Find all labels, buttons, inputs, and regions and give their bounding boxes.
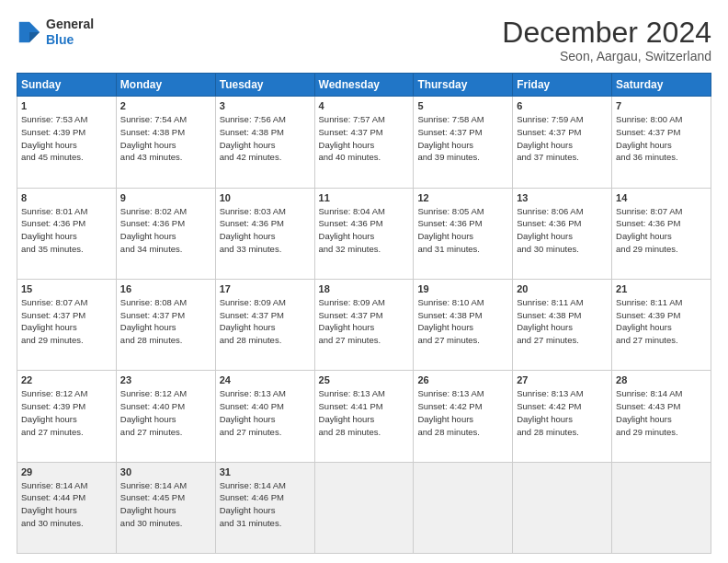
svg-marker-1 bbox=[29, 32, 40, 42]
logo-blue: Blue bbox=[46, 32, 94, 48]
day-number: 31 bbox=[220, 466, 311, 477]
day-info: Sunrise: 8:06 AMSunset: 4:36 PMDaylight … bbox=[517, 205, 608, 256]
day-info: Sunrise: 8:10 AMSunset: 4:38 PMDaylight … bbox=[417, 296, 508, 347]
day-info: Sunrise: 8:14 AMSunset: 4:46 PMDaylight … bbox=[220, 479, 311, 530]
calendar-cell: 4Sunrise: 7:57 AMSunset: 4:37 PMDaylight… bbox=[314, 97, 414, 188]
calendar-cell: 7Sunrise: 8:00 AMSunset: 4:37 PMDaylight… bbox=[612, 97, 711, 188]
calendar-cell: 15Sunrise: 8:07 AMSunset: 4:37 PMDayligh… bbox=[17, 279, 117, 370]
day-info: Sunrise: 8:14 AMSunset: 4:45 PMDaylight … bbox=[120, 479, 211, 530]
calendar-cell: 24Sunrise: 8:13 AMSunset: 4:40 PMDayligh… bbox=[215, 371, 314, 462]
day-number: 29 bbox=[21, 466, 112, 477]
calendar-cell: 11Sunrise: 8:04 AMSunset: 4:36 PMDayligh… bbox=[314, 188, 414, 279]
col-saturday: Saturday bbox=[612, 74, 711, 97]
day-number: 24 bbox=[220, 374, 311, 385]
day-info: Sunrise: 7:53 AMSunset: 4:39 PMDaylight … bbox=[21, 113, 112, 164]
day-info: Sunrise: 8:13 AMSunset: 4:41 PMDaylight … bbox=[319, 387, 410, 438]
calendar-cell: 9Sunrise: 8:02 AMSunset: 4:36 PMDaylight… bbox=[116, 188, 215, 279]
day-info: Sunrise: 7:56 AMSunset: 4:38 PMDaylight … bbox=[220, 113, 311, 164]
day-info: Sunrise: 7:59 AMSunset: 4:37 PMDaylight … bbox=[517, 113, 608, 164]
calendar-cell: 8Sunrise: 8:01 AMSunset: 4:36 PMDaylight… bbox=[17, 188, 117, 279]
col-friday: Friday bbox=[513, 74, 612, 97]
calendar-cell: 1Sunrise: 7:53 AMSunset: 4:39 PMDaylight… bbox=[17, 97, 117, 188]
calendar-cell: 21Sunrise: 8:11 AMSunset: 4:39 PMDayligh… bbox=[612, 279, 711, 370]
calendar-cell: 10Sunrise: 8:03 AMSunset: 4:36 PMDayligh… bbox=[215, 188, 314, 279]
day-number: 5 bbox=[417, 100, 508, 111]
title-block: December 2024 Seon, Aargau, Switzerland bbox=[502, 17, 711, 63]
day-info: Sunrise: 8:09 AMSunset: 4:37 PMDaylight … bbox=[319, 296, 410, 347]
calendar-cell: 31Sunrise: 8:14 AMSunset: 4:46 PMDayligh… bbox=[215, 462, 314, 553]
day-info: Sunrise: 8:11 AMSunset: 4:39 PMDaylight … bbox=[616, 296, 707, 347]
day-info: Sunrise: 8:13 AMSunset: 4:42 PMDaylight … bbox=[417, 387, 508, 438]
subtitle: Seon, Aargau, Switzerland bbox=[502, 49, 711, 63]
header: General Blue December 2024 Seon, Aargau,… bbox=[17, 17, 711, 63]
day-number: 16 bbox=[120, 283, 211, 294]
svg-rect-2 bbox=[19, 22, 29, 42]
day-number: 6 bbox=[517, 100, 608, 111]
day-info: Sunrise: 8:05 AMSunset: 4:36 PMDaylight … bbox=[417, 205, 508, 256]
day-number: 14 bbox=[616, 192, 707, 203]
calendar-week-1: 1Sunrise: 7:53 AMSunset: 4:39 PMDaylight… bbox=[17, 97, 711, 188]
day-number: 28 bbox=[616, 374, 707, 385]
logo-text: General Blue bbox=[46, 17, 94, 48]
day-number: 9 bbox=[120, 192, 211, 203]
calendar-cell: 18Sunrise: 8:09 AMSunset: 4:37 PMDayligh… bbox=[314, 279, 414, 370]
calendar-week-4: 22Sunrise: 8:12 AMSunset: 4:39 PMDayligh… bbox=[17, 371, 711, 462]
day-number: 23 bbox=[120, 374, 211, 385]
col-monday: Monday bbox=[116, 74, 215, 97]
calendar-week-2: 8Sunrise: 8:01 AMSunset: 4:36 PMDaylight… bbox=[17, 188, 711, 279]
col-wednesday: Wednesday bbox=[314, 74, 414, 97]
day-number: 26 bbox=[417, 374, 508, 385]
day-info: Sunrise: 7:54 AMSunset: 4:38 PMDaylight … bbox=[120, 113, 211, 164]
calendar-cell: 16Sunrise: 8:08 AMSunset: 4:37 PMDayligh… bbox=[116, 279, 215, 370]
day-info: Sunrise: 8:07 AMSunset: 4:36 PMDaylight … bbox=[616, 205, 707, 256]
day-info: Sunrise: 8:03 AMSunset: 4:36 PMDaylight … bbox=[220, 205, 311, 256]
logo: General Blue bbox=[17, 17, 94, 48]
calendar-cell: 26Sunrise: 8:13 AMSunset: 4:42 PMDayligh… bbox=[414, 371, 513, 462]
day-number: 21 bbox=[616, 283, 707, 294]
day-number: 22 bbox=[21, 374, 112, 385]
calendar-cell: 5Sunrise: 7:58 AMSunset: 4:37 PMDaylight… bbox=[414, 97, 513, 188]
day-number: 27 bbox=[517, 374, 608, 385]
day-info: Sunrise: 8:01 AMSunset: 4:36 PMDaylight … bbox=[21, 205, 112, 256]
calendar-cell: 20Sunrise: 8:11 AMSunset: 4:38 PMDayligh… bbox=[513, 279, 612, 370]
day-number: 20 bbox=[517, 283, 608, 294]
day-number: 11 bbox=[319, 192, 410, 203]
calendar-cell: 28Sunrise: 8:14 AMSunset: 4:43 PMDayligh… bbox=[612, 371, 711, 462]
day-number: 2 bbox=[120, 100, 211, 111]
calendar-cell: 23Sunrise: 8:12 AMSunset: 4:40 PMDayligh… bbox=[116, 371, 215, 462]
day-number: 10 bbox=[220, 192, 311, 203]
col-sunday: Sunday bbox=[17, 74, 117, 97]
calendar-cell: 14Sunrise: 8:07 AMSunset: 4:36 PMDayligh… bbox=[612, 188, 711, 279]
calendar-week-3: 15Sunrise: 8:07 AMSunset: 4:37 PMDayligh… bbox=[17, 279, 711, 370]
day-number: 13 bbox=[517, 192, 608, 203]
calendar-cell: 13Sunrise: 8:06 AMSunset: 4:36 PMDayligh… bbox=[513, 188, 612, 279]
calendar-cell bbox=[612, 462, 711, 553]
day-number: 15 bbox=[21, 283, 112, 294]
calendar-cell: 3Sunrise: 7:56 AMSunset: 4:38 PMDaylight… bbox=[215, 97, 314, 188]
calendar-cell bbox=[513, 462, 612, 553]
logo-general: General bbox=[46, 17, 94, 32]
calendar-cell: 22Sunrise: 8:12 AMSunset: 4:39 PMDayligh… bbox=[17, 371, 117, 462]
day-number: 12 bbox=[417, 192, 508, 203]
day-info: Sunrise: 8:07 AMSunset: 4:37 PMDaylight … bbox=[21, 296, 112, 347]
day-info: Sunrise: 8:08 AMSunset: 4:37 PMDaylight … bbox=[120, 296, 211, 347]
day-info: Sunrise: 8:13 AMSunset: 4:42 PMDaylight … bbox=[517, 387, 608, 438]
day-number: 30 bbox=[120, 466, 211, 477]
day-info: Sunrise: 8:09 AMSunset: 4:37 PMDaylight … bbox=[220, 296, 311, 347]
calendar-cell: 12Sunrise: 8:05 AMSunset: 4:36 PMDayligh… bbox=[414, 188, 513, 279]
calendar-cell: 17Sunrise: 8:09 AMSunset: 4:37 PMDayligh… bbox=[215, 279, 314, 370]
day-info: Sunrise: 8:12 AMSunset: 4:40 PMDaylight … bbox=[120, 387, 211, 438]
calendar-cell: 29Sunrise: 8:14 AMSunset: 4:44 PMDayligh… bbox=[17, 462, 117, 553]
day-number: 25 bbox=[319, 374, 410, 385]
page: General Blue December 2024 Seon, Aargau,… bbox=[0, 0, 728, 563]
calendar-cell: 2Sunrise: 7:54 AMSunset: 4:38 PMDaylight… bbox=[116, 97, 215, 188]
day-number: 17 bbox=[220, 283, 311, 294]
day-info: Sunrise: 8:13 AMSunset: 4:40 PMDaylight … bbox=[220, 387, 311, 438]
calendar-cell: 19Sunrise: 8:10 AMSunset: 4:38 PMDayligh… bbox=[414, 279, 513, 370]
col-thursday: Thursday bbox=[414, 74, 513, 97]
svg-marker-0 bbox=[29, 22, 40, 32]
calendar-week-5: 29Sunrise: 8:14 AMSunset: 4:44 PMDayligh… bbox=[17, 462, 711, 553]
calendar-cell: 27Sunrise: 8:13 AMSunset: 4:42 PMDayligh… bbox=[513, 371, 612, 462]
day-info: Sunrise: 7:57 AMSunset: 4:37 PMDaylight … bbox=[319, 113, 410, 164]
day-number: 1 bbox=[21, 100, 112, 111]
